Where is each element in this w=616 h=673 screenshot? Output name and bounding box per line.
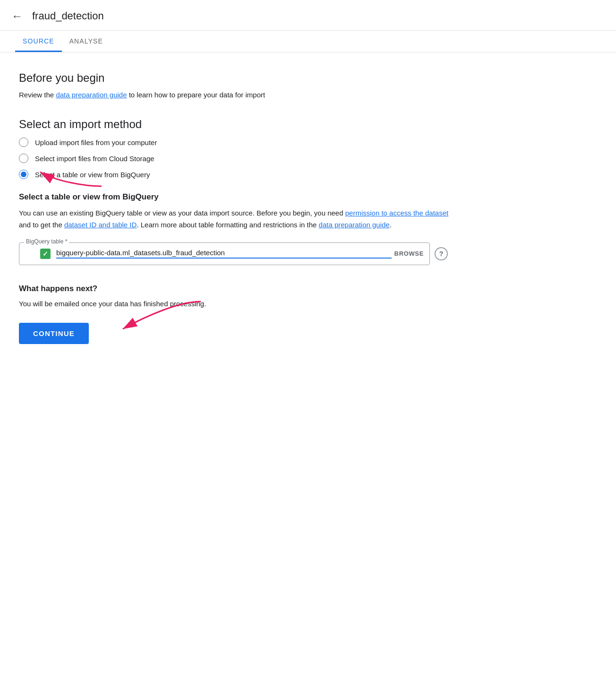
import-method-section: Select an import method Upload import fi… bbox=[19, 118, 453, 179]
back-arrow-icon: ← bbox=[11, 10, 23, 22]
radio-option-3-container: Select a table or view from BigQuery bbox=[19, 170, 453, 179]
main-content: Before you begin Review the data prepara… bbox=[0, 52, 472, 372]
help-icon[interactable]: ? bbox=[435, 247, 448, 260]
bigquery-desc: You can use an existing BigQuery table o… bbox=[19, 207, 453, 231]
radio-label-2: Select import files from Cloud Storage bbox=[35, 155, 154, 163]
annotation-arrow-2 bbox=[109, 297, 203, 335]
header: ← fraud_detection bbox=[0, 0, 616, 31]
before-you-begin-heading: Before you begin bbox=[19, 71, 453, 85]
tab-analyse[interactable]: ANALYSE bbox=[62, 31, 111, 52]
bigquery-input-label: BigQuery table * bbox=[24, 238, 69, 245]
radio-label-3: Select a table or view from BigQuery bbox=[35, 171, 150, 179]
bigquery-heading: Select a table or view from BigQuery bbox=[19, 192, 453, 202]
before-you-begin-text: Review the data preparation guide to lea… bbox=[19, 89, 453, 101]
back-button[interactable]: ← bbox=[11, 9, 26, 24]
what-happens-next-section: What happens next? You will be emailed o… bbox=[19, 284, 453, 344]
radio-input-1[interactable] bbox=[19, 138, 28, 147]
browse-button[interactable]: BROWSE bbox=[394, 250, 424, 257]
bigquery-table-input[interactable] bbox=[56, 249, 392, 259]
what-happens-next-text: You will be emailed once your data has f… bbox=[19, 298, 453, 310]
continue-container: CONTINUE bbox=[19, 323, 89, 344]
radio-option-3[interactable]: Select a table or view from BigQuery bbox=[19, 170, 453, 179]
radio-option-1[interactable]: Upload import files from your computer bbox=[19, 138, 453, 147]
import-method-heading: Select an import method bbox=[19, 118, 453, 131]
bigquery-section: Select a table or view from BigQuery You… bbox=[19, 192, 453, 265]
page-title: fraud_detection bbox=[32, 10, 104, 22]
radio-input-2[interactable] bbox=[19, 154, 28, 163]
radio-input-3[interactable] bbox=[19, 170, 28, 179]
dataset-id-link[interactable]: dataset ID and table ID bbox=[64, 221, 137, 229]
valid-checkbox-icon bbox=[40, 249, 51, 259]
permission-link[interactable]: permission to access the dataset bbox=[345, 209, 448, 217]
what-happens-next-heading: What happens next? bbox=[19, 284, 453, 293]
bigquery-input-wrapper: BigQuery table * BROWSE bbox=[19, 242, 430, 265]
continue-button[interactable]: CONTINUE bbox=[19, 323, 89, 344]
data-prep-guide-link-2[interactable]: data preparation guide bbox=[319, 221, 390, 229]
radio-label-1: Upload import files from your computer bbox=[35, 138, 157, 147]
data-prep-guide-link-1[interactable]: data preparation guide bbox=[56, 91, 127, 99]
radio-group: Upload import files from your computer S… bbox=[19, 138, 453, 179]
bigquery-input-group: BigQuery table * BROWSE ? bbox=[19, 242, 453, 265]
radio-option-2[interactable]: Select import files from Cloud Storage bbox=[19, 154, 453, 163]
tab-source[interactable]: SOURCE bbox=[15, 31, 62, 52]
tabs-container: SOURCE ANALYSE bbox=[0, 31, 616, 52]
